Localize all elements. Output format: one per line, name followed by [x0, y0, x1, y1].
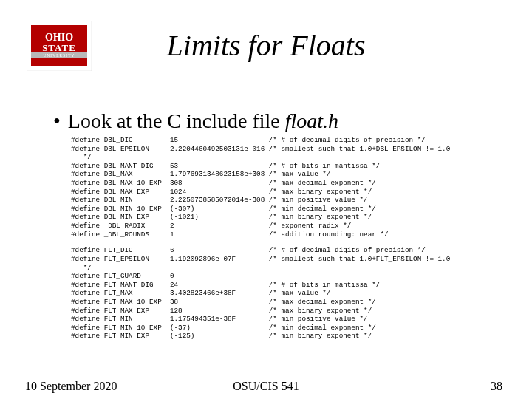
- slide: T · H · E OHIO STATE UNIVERSITY Limits f…: [0, 0, 532, 399]
- bullet-text: Look at the C include file: [68, 109, 285, 132]
- bullet-line: •Look at the C include file float.h: [53, 109, 338, 133]
- code-block-flt: #define FLT_DIG 6 /* # of decimal digits…: [71, 246, 450, 341]
- bullet-dot-icon: •: [53, 109, 61, 132]
- code-defines: #define DBL_DIG 15 /* # of decimal digit…: [71, 136, 450, 341]
- slide-title: Limits for Floats: [0, 28, 532, 63]
- code-block-dbl: #define DBL_DIG 15 /* # of decimal digit…: [71, 136, 450, 239]
- footer-center: OSU/CIS 541: [0, 380, 532, 393]
- footer-page: 38: [491, 380, 502, 393]
- bullet-filename: float.h: [285, 109, 338, 132]
